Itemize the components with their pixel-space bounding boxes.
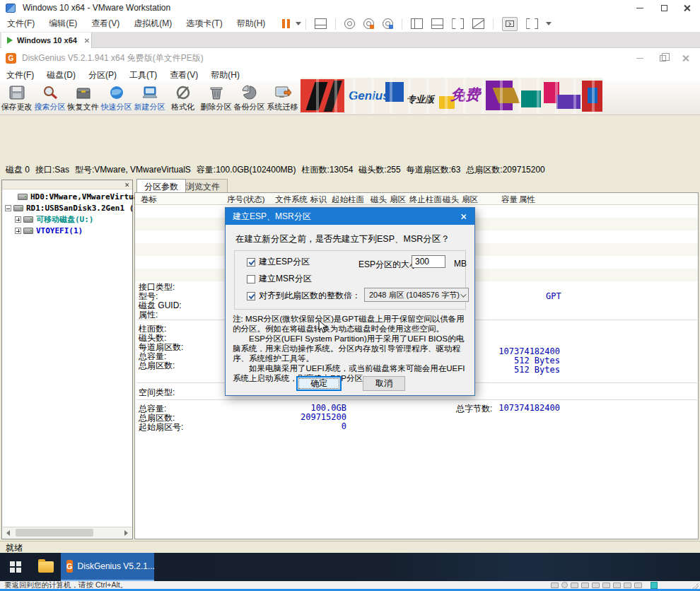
col-index-status[interactable]: 序号(状态) <box>227 194 265 205</box>
tree-item-label: RD1:USBSanDisk3.2Gen1 (29G <box>26 204 132 213</box>
align-checkbox-row[interactable]: 对齐到此扇区数的整数倍： <box>247 290 361 302</box>
quick-partition-button[interactable]: 快速分区 <box>100 81 133 115</box>
vmware-menu-view[interactable]: 查看(V) <box>84 18 127 30</box>
tab-close-icon[interactable] <box>84 37 90 43</box>
dg-menu-file[interactable]: 文件(F) <box>0 69 40 81</box>
tree-item-rd1[interactable]: RD1:USBSanDisk3.2Gen1 (29G <box>5 203 132 213</box>
diskgenius-minimize-button[interactable] <box>628 48 652 69</box>
col-attributes[interactable]: 属性 <box>519 194 535 205</box>
vmware-close-button[interactable] <box>675 0 699 16</box>
search-partition-button[interactable]: 搜索分区 <box>33 81 66 115</box>
ok-button[interactable]: 确定 <box>296 376 342 391</box>
chevron-down-icon[interactable] <box>296 22 301 25</box>
printer-icon[interactable] <box>581 583 589 588</box>
scroll-left-arrow[interactable] <box>6 530 10 536</box>
vmware-menu-help[interactable]: 帮助(H) <box>230 18 273 30</box>
col-head2[interactable]: 磁头 <box>443 194 459 205</box>
col-end-cyl[interactable]: 终止柱面 <box>409 194 442 205</box>
usb2-icon[interactable] <box>613 583 621 588</box>
ad-banner[interactable]: Genius 专业版 免费 <box>301 78 602 114</box>
display-icon[interactable] <box>634 583 642 588</box>
tab-partition-params[interactable]: 分区参数 <box>136 179 186 192</box>
dg-menu-disk[interactable]: 磁盘(D) <box>40 69 82 81</box>
expand-icon[interactable] <box>15 228 21 234</box>
usb3-icon[interactable] <box>624 583 631 588</box>
label-total-sectors: 总扇区数: <box>139 360 175 372</box>
esp-checkbox[interactable] <box>247 258 255 267</box>
dialog-titlebar[interactable]: 建立ESP、MSR分区 <box>226 208 474 225</box>
msr-checkbox[interactable] <box>247 275 255 283</box>
dg-menu-tools[interactable]: 工具(T) <box>123 69 163 81</box>
col-volume-label[interactable]: 卷标 <box>141 194 157 205</box>
tree-item-removable-disk[interactable]: 可移动磁盘(U:) <box>15 214 142 225</box>
chevron-down-icon[interactable] <box>546 22 552 25</box>
col-sector2[interactable]: 扇区 <box>462 194 478 205</box>
scrollbar-thumb[interactable] <box>16 529 93 537</box>
esp-checkbox-row[interactable]: 建立ESP分区 <box>247 256 310 268</box>
new-partition-button[interactable]: 新建分区 <box>133 81 166 115</box>
esp-size-input[interactable] <box>412 255 445 268</box>
close-panel-icon[interactable] <box>124 182 129 187</box>
vm-tab-windows10[interactable]: Windows 10 x64 <box>1 33 92 48</box>
scroll-right-arrow[interactable] <box>124 530 128 536</box>
cancel-button[interactable]: 取消 <box>363 376 405 391</box>
take-snapshot-button[interactable] <box>344 18 355 29</box>
virtual-console-button[interactable] <box>502 17 518 31</box>
backup-partition-button[interactable]: 备份分区 <box>233 81 266 115</box>
vmware-menu-edit[interactable]: 编辑(E) <box>42 18 84 30</box>
usb-icon[interactable] <box>602 583 610 588</box>
keyboard-icon <box>315 25 326 28</box>
delete-partition-button[interactable]: 删除分区 <box>199 81 233 115</box>
col-sector[interactable]: 扇区 <box>390 194 406 205</box>
format-button[interactable]: 格式化 <box>166 81 199 115</box>
resize-grip[interactable] <box>692 583 699 589</box>
fit-guest-button[interactable] <box>526 18 538 29</box>
col-start-cyl[interactable]: 起始柱面 <box>332 194 364 205</box>
col-filesystem[interactable]: 文件系统 <box>275 194 308 205</box>
network-icon[interactable] <box>571 583 578 588</box>
diskgenius-restore-button[interactable] <box>651 48 675 69</box>
align-sectors-dropdown[interactable]: 2048 扇区 (1048576 字节) <box>364 288 469 302</box>
cdrom-icon[interactable] <box>561 582 568 588</box>
esp-checkbox-label: 建立ESP分区 <box>259 256 310 268</box>
unity-mode-button[interactable] <box>472 18 484 29</box>
manage-snapshots-button[interactable] <box>383 18 393 29</box>
notification-icon[interactable] <box>651 582 658 589</box>
pause-vm-button[interactable] <box>282 19 301 28</box>
show-console-pane-button[interactable] <box>431 18 443 29</box>
col-capacity[interactable]: 容量 <box>501 194 518 205</box>
harddisk-icon[interactable] <box>551 583 559 588</box>
vmware-menu-tabs[interactable]: 选项卡(T) <box>179 18 229 30</box>
vmware-menu-file[interactable]: 文件(F) <box>0 18 42 30</box>
expand-icon[interactable] <box>15 216 21 223</box>
value-total-bytes: 107374182400 <box>461 403 560 413</box>
recover-files-button[interactable]: 恢复文件 <box>66 81 100 115</box>
msr-checkbox-row[interactable]: 建立MSR分区 <box>247 273 312 285</box>
system-migration-button[interactable]: 系统迁移 <box>266 81 299 115</box>
save-changes-button[interactable]: 保存更改 <box>0 81 33 115</box>
vmware-minimize-button[interactable] <box>628 0 652 16</box>
fullscreen-button[interactable] <box>452 18 464 29</box>
sound-icon[interactable] <box>592 583 600 588</box>
disk-sectors-per-track: 每道扇区数:63 <box>407 164 461 176</box>
vmware-maximize-button[interactable] <box>652 0 676 16</box>
revert-snapshot-button[interactable] <box>363 18 374 29</box>
tree-item-hd0[interactable]: HD0:VMware,VMwareVirtualS <box>18 192 145 202</box>
taskbar-diskgenius-task[interactable]: G DiskGenius V5.2.1... <box>61 553 154 581</box>
tree-item-vtoyefi[interactable]: VTOYEFI(1) <box>15 226 142 236</box>
vmware-menu-vm[interactable]: 虚拟机(M) <box>127 18 179 30</box>
col-id[interactable]: 标识 <box>310 194 327 205</box>
dg-menu-help[interactable]: 帮助(H) <box>204 69 246 81</box>
send-ctrl-alt-del-button[interactable] <box>315 18 327 29</box>
tree-horizontal-scrollbar[interactable] <box>3 527 132 538</box>
show-library-button[interactable] <box>411 18 423 29</box>
align-checkbox[interactable] <box>247 292 255 300</box>
dg-menu-partition[interactable]: 分区(P) <box>82 69 123 81</box>
start-button[interactable] <box>0 553 31 581</box>
dg-menu-view[interactable]: 查看(V) <box>163 69 204 81</box>
file-explorer-button[interactable] <box>31 553 61 581</box>
dialog-close-button[interactable] <box>452 208 474 225</box>
collapse-icon[interactable] <box>5 205 11 211</box>
diskgenius-close-button[interactable] <box>673 48 697 69</box>
col-head[interactable]: 磁头 <box>371 194 387 205</box>
